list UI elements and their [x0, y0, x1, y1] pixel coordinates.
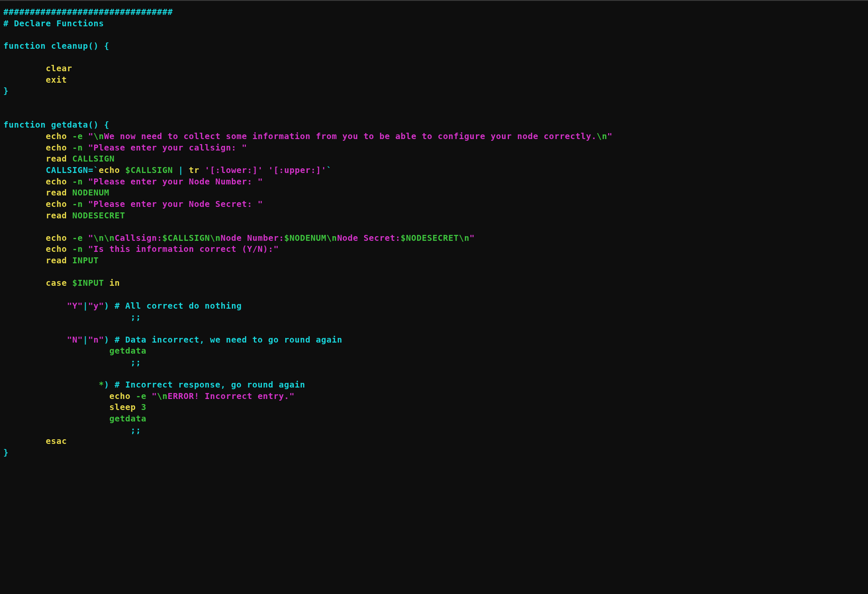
- kw-in: in: [109, 278, 120, 288]
- esc-n: \n: [157, 391, 167, 401]
- cmd-sleep: sleep: [109, 402, 136, 412]
- flag-n: -n: [72, 177, 83, 187]
- brace-close: }: [3, 448, 9, 457]
- comment-declare: # Declare Functions: [3, 19, 104, 28]
- quote: ": [88, 335, 94, 345]
- backtick: `: [326, 165, 332, 175]
- quote: ": [78, 301, 83, 311]
- dsemi: ;;: [131, 312, 141, 322]
- call-getdata: getdata: [109, 346, 146, 356]
- quote: ": [78, 335, 83, 345]
- dsemi: ;;: [131, 357, 141, 367]
- cmd-echo: echo: [46, 143, 67, 153]
- quote: ": [470, 233, 475, 243]
- backtick: `: [93, 165, 99, 175]
- var-nodenum: NODENUM: [72, 188, 109, 198]
- varref-input: $INPUT: [72, 278, 104, 288]
- quote: ": [289, 391, 295, 401]
- esc-n: \n: [93, 131, 104, 141]
- kw-case: case: [46, 278, 67, 288]
- quote: ": [67, 301, 72, 311]
- pipe: |: [83, 335, 88, 345]
- case-paren: ): [104, 380, 109, 390]
- quote: ": [152, 391, 157, 401]
- str-error: ERROR! Incorrect entry.: [167, 391, 289, 401]
- comment-incorrect: # Data incorrect, we need to go round ag…: [109, 335, 342, 345]
- cmd-echo: echo: [46, 233, 67, 243]
- kw-esac: esac: [46, 436, 67, 446]
- quote: ": [67, 335, 72, 345]
- case-paren: ): [104, 301, 109, 311]
- cmd-read: read: [46, 154, 67, 164]
- flag-n: -n: [72, 143, 83, 153]
- varref-callsign: $CALLSIGN: [125, 165, 172, 175]
- quote: ": [88, 131, 94, 141]
- quote: ": [88, 233, 94, 243]
- cmd-read: read: [46, 256, 67, 265]
- case-Y: Y: [72, 301, 78, 311]
- cmd-echo: echo: [109, 391, 131, 401]
- flag-e: -e: [72, 233, 83, 243]
- flag-n: -n: [72, 199, 83, 209]
- case-paren: ): [104, 335, 109, 345]
- lit-3: 3: [141, 402, 147, 412]
- cmd-echo: echo: [46, 131, 67, 141]
- case-N: N: [72, 335, 78, 345]
- cmd-exit: exit: [46, 75, 67, 85]
- fn-getdata-decl: function getdata() {: [3, 120, 109, 130]
- var-input: INPUT: [72, 256, 98, 265]
- cmd-echo: echo: [46, 177, 67, 187]
- flag-n: -n: [72, 244, 83, 254]
- str-nodenum-label: Node Number:: [220, 233, 284, 243]
- equals: =: [88, 165, 94, 175]
- quote: ": [88, 143, 94, 153]
- cmd-clear: clear: [46, 64, 72, 73]
- quote: ": [88, 177, 94, 187]
- esc-n: \n: [326, 233, 337, 243]
- str-info: We now need to collect some information …: [104, 131, 596, 141]
- str-lower: '[:lower:]': [205, 165, 263, 175]
- quote: ": [258, 177, 263, 187]
- str-upper: '[:upper:]': [268, 165, 326, 175]
- pipe: |: [83, 301, 88, 311]
- esc-n: \n: [210, 233, 220, 243]
- cmd-read: read: [46, 211, 67, 220]
- cmd-echo: echo: [46, 199, 67, 209]
- varref-nodesecret: $NODESECRET: [401, 233, 459, 243]
- quote: ": [99, 301, 104, 311]
- str-enter-nodenum: Please enter your Node Number:: [93, 177, 257, 187]
- var-callsign: CALLSIGN: [72, 154, 114, 164]
- case-y: y: [93, 301, 99, 311]
- esc-n: \n: [459, 233, 470, 243]
- cmd-tr: tr: [189, 165, 199, 175]
- quote: ": [99, 335, 104, 345]
- quote: ": [242, 143, 247, 153]
- str-callsign-label: Callsign:: [114, 233, 162, 243]
- esc-nn: \n\n: [93, 233, 114, 243]
- str-enter-secret: Please enter your Node Secret:: [93, 199, 257, 209]
- comment-correct: # All correct do nothing: [109, 301, 242, 311]
- var-nodesecret: NODESECRET: [72, 211, 125, 220]
- cmd-read: read: [46, 188, 67, 198]
- dsemi: ;;: [131, 425, 141, 435]
- quote: ": [88, 301, 94, 311]
- quote: ": [273, 244, 279, 254]
- quote: ": [607, 131, 613, 141]
- fn-cleanup-decl: function cleanup() {: [3, 41, 109, 51]
- case-star: *: [99, 380, 104, 390]
- cmd-echo: echo: [46, 244, 67, 254]
- call-getdata: getdata: [109, 414, 146, 424]
- var-callsign-assign: CALLSIGN: [46, 165, 88, 175]
- brace-close: }: [3, 86, 9, 96]
- code-block: ################################ # Decla…: [0, 0, 868, 462]
- varref-nodenum: $NODENUM: [284, 233, 326, 243]
- comment-badresp: # Incorrect response, go round again: [109, 380, 305, 390]
- quote: ": [88, 244, 94, 254]
- esc-n: \n: [597, 131, 607, 141]
- flag-e: -e: [136, 391, 146, 401]
- varref-callsign: $CALLSIGN: [162, 233, 210, 243]
- quote: ": [258, 199, 263, 209]
- comment-hash: ################################: [3, 7, 173, 17]
- str-nodesecret-label: Node Secret:: [337, 233, 401, 243]
- flag-e: -e: [72, 131, 83, 141]
